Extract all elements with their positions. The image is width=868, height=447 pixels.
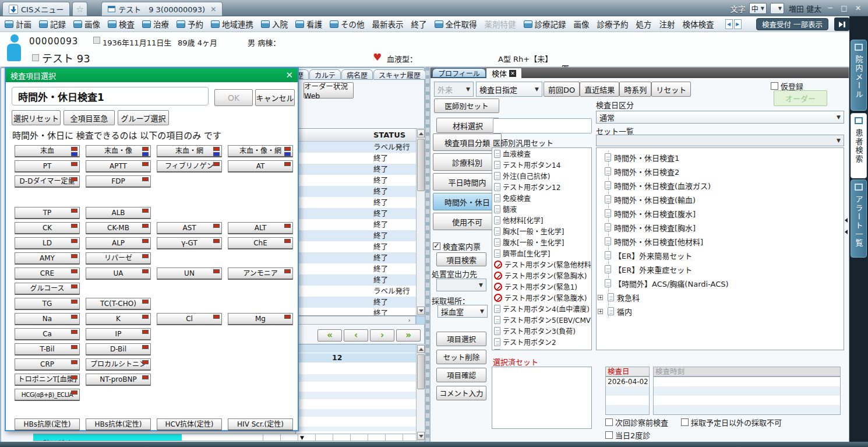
menu-item[interactable]: 画像 <box>73 18 100 30</box>
tree-item[interactable]: + 循内 <box>597 304 844 318</box>
status-row[interactable]: 終了 <box>296 164 416 175</box>
toolbar-button[interactable]: 前回DO <box>544 82 580 97</box>
menu-item[interactable]: 地域連携 <box>211 18 253 30</box>
set-list-item[interactable]: テスト用ボタン <box>492 347 591 350</box>
dialog-titlebar[interactable]: 検査項目選択 ✕ <box>6 68 298 82</box>
tree-item[interactable]: + 【ER】外来簡易セット <box>597 248 844 262</box>
tree-item[interactable]: + 時間外・休日検査(輸血) <box>597 192 844 206</box>
test-item-button[interactable]: NT-proBNP <box>86 374 151 386</box>
test-item-button[interactable]: HCV抗体(定性) <box>157 418 222 431</box>
guide-sheet-checkbox[interactable]: 検査案内票 <box>433 241 481 252</box>
fixed-date-checkbox[interactable]: 採取予定日以外の採取不可 <box>681 417 782 428</box>
menu-item[interactable]: 全件取得 <box>435 18 477 30</box>
group-select-button[interactable]: グループ選択 <box>118 110 169 125</box>
menu-item[interactable]: 看護 <box>295 18 322 30</box>
set-action-button[interactable]: 項目確認 <box>436 368 486 382</box>
tree-item[interactable]: + 時間外・休日検査[腹水] <box>597 206 844 220</box>
pager-button[interactable]: » <box>396 329 421 342</box>
panel-splitter[interactable] <box>425 67 430 443</box>
status-row[interactable]: 終了 <box>296 252 416 263</box>
sidebar-vertical-tab[interactable]: アラート一覧 <box>851 179 867 258</box>
status-row[interactable]: 終了 <box>296 297 416 308</box>
tree-item[interactable]: + 救急科 <box>597 290 844 304</box>
status-row[interactable]: ラベル発行 <box>296 286 416 297</box>
tree-item[interactable]: + 時間外・休日検査1 <box>597 150 844 164</box>
scroll-down-icon[interactable] <box>417 307 425 315</box>
toolbar-button[interactable]: リセット <box>651 82 691 97</box>
chart-tab[interactable]: 病名歴 <box>341 69 373 80</box>
set-list-item[interactable]: 他材料[化学] <box>492 214 591 226</box>
set-action-button[interactable]: コメント入力 <box>436 386 486 400</box>
tree-expand-icon[interactable]: + <box>598 295 603 300</box>
tree-item[interactable]: + 時間外・休日検査(血液ガス) <box>597 178 844 192</box>
pager-button[interactable]: › <box>370 329 394 342</box>
test-item-button[interactable]: 末血・像・網 <box>228 145 293 157</box>
splitter-arrow-icon[interactable] <box>845 230 848 234</box>
exam-date-row[interactable] <box>606 386 649 396</box>
test-item-button[interactable]: プロカルシトニン <box>86 358 151 371</box>
tab-close-icon[interactable]: ✕ <box>210 5 216 13</box>
test-item-button[interactable]: HBs抗原(定性) <box>15 418 80 431</box>
status-row[interactable]: 終了 <box>296 263 416 274</box>
scroll-right-icon[interactable]: › <box>408 316 411 324</box>
pager-button[interactable]: ‹ <box>344 329 368 342</box>
ok-button[interactable]: OK <box>214 89 253 106</box>
pre-visit-exam-checkbox[interactable]: 次回診察前検査 <box>605 417 668 428</box>
set-name-field[interactable]: 時間外・休日検査1 <box>12 87 209 105</box>
set-list-item[interactable]: テスト用ボタン5(EBV/CMV) <box>492 314 591 325</box>
tab-specimen[interactable]: 検体 ✕ <box>486 68 522 78</box>
test-item-button[interactable]: ChE <box>228 237 293 249</box>
test-item-button[interactable]: CK-MB <box>86 222 151 234</box>
menu-item[interactable]: 記録 <box>39 18 66 30</box>
exam-date-mode-select[interactable]: 検査日指定▼ <box>476 82 542 97</box>
set-list-item[interactable]: 髄液 <box>492 203 591 214</box>
treatment-room-select[interactable]: ▼ <box>436 279 486 291</box>
menu-item[interactable]: 処方 <box>636 18 652 30</box>
menu-item[interactable]: 診療予約 <box>597 18 629 30</box>
status-row[interactable]: ラベル発行 <box>296 142 416 153</box>
same-day-second-visit-checkbox[interactable]: 当日2度診 <box>605 430 650 441</box>
test-item-button[interactable]: UA <box>86 268 151 280</box>
chart-tab[interactable]: スキャナ履歴 <box>373 69 426 80</box>
test-item-button[interactable]: 末血・網 <box>157 145 222 157</box>
set-list-item[interactable]: テスト用ボタン(緊急1) <box>492 281 591 292</box>
tree-item[interactable]: + 時間外・休日検査[他材料] <box>597 234 844 248</box>
selected-set-list[interactable] <box>492 367 592 429</box>
extra-select[interactable]: ▼ <box>770 3 784 14</box>
pager-button[interactable]: « <box>317 329 342 342</box>
all-items-urgent-button[interactable]: 全項目至急 <box>63 110 115 125</box>
menu-item[interactable]: 予約 <box>177 18 203 30</box>
selection-reset-button[interactable]: 選択リセット <box>12 110 61 125</box>
test-item-button[interactable]: K <box>86 313 151 325</box>
maximize-button[interactable]: □ <box>839 4 849 12</box>
test-item-button[interactable]: D-Dダイマー定量 <box>15 175 80 188</box>
status-row[interactable]: 終了 <box>296 219 416 230</box>
set-action-button[interactable]: 項目選択 <box>436 332 486 346</box>
minimize-button[interactable]: ─ <box>825 4 835 12</box>
test-item-button[interactable]: フィブリノゲン <box>157 160 222 173</box>
status-row[interactable]: 終了 <box>296 175 416 186</box>
test-item-button[interactable]: TP <box>15 207 80 219</box>
doctor-set-button[interactable]: 医師別セット <box>434 98 499 113</box>
checkbox-icon[interactable] <box>681 418 689 426</box>
menu-item[interactable]: 入院 <box>261 18 288 30</box>
scrollbar-thumb[interactable] <box>417 354 425 389</box>
tree-item[interactable]: + 時間外・休日検査[胸水] <box>597 220 844 234</box>
test-item-button[interactable]: トロポニンT[血漿] <box>15 374 80 386</box>
status-row[interactable]: 終了 <box>296 274 416 286</box>
test-item-button[interactable]: 末血 <box>15 145 80 157</box>
status-table-scrollbar[interactable] <box>416 128 425 316</box>
menu-item[interactable]: 画像 <box>574 18 590 30</box>
menu-item[interactable]: 終了 <box>411 18 427 30</box>
chart-tab[interactable]: カルテ <box>309 69 341 80</box>
checkbox-icon[interactable] <box>771 82 778 90</box>
exam-date-row[interactable] <box>606 396 649 405</box>
test-item-button[interactable]: AT <box>228 160 293 173</box>
menu-item[interactable]: 検体検査 <box>683 18 714 30</box>
dialog-close-icon[interactable]: ✕ <box>285 70 293 80</box>
status-row[interactable]: 終了 <box>296 241 416 252</box>
test-item-button[interactable]: FDP <box>86 175 151 188</box>
test-item-button[interactable]: グルコース <box>15 283 80 295</box>
scroll-left-icon[interactable]: ◀ <box>725 19 733 29</box>
close-button[interactable]: ✕ <box>853 4 863 12</box>
